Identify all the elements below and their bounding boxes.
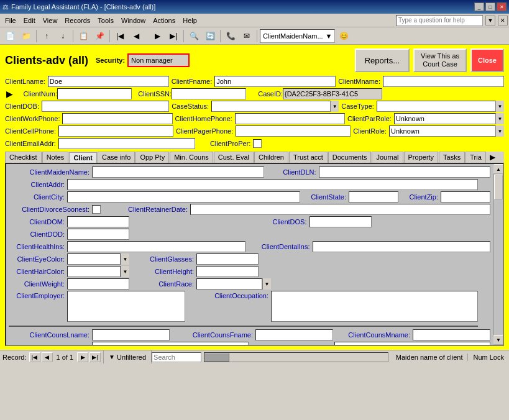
clientheight-input[interactable] [196,266,259,277]
clientcounsworkphone-input[interactable] [92,342,249,345]
scroll-thumb[interactable] [494,175,503,199]
clientdentalins-input[interactable] [313,241,491,252]
clientdom-input[interactable] [67,216,129,227]
clientmaidenname-input[interactable] [92,167,264,178]
clientoccupation-input[interactable] [271,291,478,322]
clientcounslname-input[interactable] [92,329,170,340]
clienthomephone-input[interactable] [235,113,345,124]
tab-opppty[interactable]: Opp Pty [135,152,169,163]
first-record-button[interactable]: |◀ [112,29,127,43]
refresh-button[interactable]: 🔄 [203,29,218,43]
clientssn-input[interactable] [172,88,246,99]
casestatus-input[interactable] [211,101,339,112]
clientretainerdate-input[interactable] [190,204,490,215]
horizontal-scrollbar[interactable] [204,352,388,362]
close-window-button[interactable]: ✕ [497,2,507,11]
scroll-down-button[interactable]: ▼ [493,335,503,345]
last-nav-button[interactable]: ▶| [89,352,101,362]
clientcellphone-input[interactable] [58,126,173,137]
clienthealthins-input[interactable] [67,241,245,252]
help-close-button[interactable]: ✕ [498,16,508,25]
view-court-button[interactable]: View This as Court Case [413,48,467,72]
clientrole-arrow[interactable]: ▼ [495,126,504,137]
casetype-arrow[interactable]: ▼ [495,101,504,112]
filter-button[interactable]: ▼ Unfiltered [104,350,152,363]
tab-custeval[interactable]: Cust. Eval [214,152,254,163]
clientemployer-input[interactable] [67,291,185,322]
clienthaircolor-input[interactable] [67,266,121,277]
menu-edit[interactable]: Edit [20,16,39,25]
clientparrole-arrow[interactable]: ▼ [495,113,504,124]
tab-trustacct[interactable]: Trust acct [289,152,328,163]
scroll-up-button[interactable]: ▲ [493,164,503,174]
help-input[interactable] [396,15,483,26]
tab-children[interactable]: Children [254,152,288,163]
clientweight-input[interactable] [67,278,129,290]
clientglasses-input[interactable] [196,253,259,265]
tab-caseinfo[interactable]: Case info [98,152,135,163]
casestatus-arrow[interactable]: ▼ [330,101,339,112]
clientcity-input[interactable] [67,191,300,203]
tab-mincouns[interactable]: Min. Couns [170,152,213,163]
clientcounsfname-input[interactable] [255,329,333,340]
paste-button[interactable]: 📌 [92,29,107,43]
phone-button[interactable]: 📞 [223,29,238,43]
clientrace-input[interactable] [196,278,262,290]
email-button[interactable]: ✉ [239,29,254,43]
clientmname-input[interactable] [383,76,504,87]
clientaddr-input[interactable] [67,179,478,190]
open-button[interactable]: 📁 [19,29,34,43]
tab-tasks[interactable]: Tasks [439,152,465,163]
search-input[interactable] [152,352,201,362]
clientdos-input[interactable] [310,216,372,227]
tab-scroll-right[interactable]: ▶ [488,152,497,163]
tab-property[interactable]: Property [404,152,439,163]
menu-view[interactable]: View [39,16,62,25]
tab-checklist[interactable]: Checklist [5,152,42,163]
reports-button[interactable]: Reports... [355,48,410,72]
clientworkphone-input[interactable] [62,113,172,124]
clientcounshomephone-input[interactable] [334,342,491,345]
clientproper-checkbox[interactable] [253,139,262,148]
clienteyecolor-input[interactable] [67,253,121,265]
haircolor-arrow[interactable]: ▼ [121,266,129,277]
next-nav-button[interactable]: ▶ [77,352,88,362]
clientdod-input[interactable] [67,229,129,240]
clientparrole-input[interactable] [394,113,504,124]
prev-record-button[interactable]: ◀ [129,29,144,43]
smiley-button[interactable]: 😊 [336,29,351,43]
menu-window[interactable]: Window [117,16,149,25]
clientemail-input[interactable] [58,138,195,149]
clientrole-input[interactable] [389,126,504,137]
clientdivorcesoonest-checkbox[interactable] [92,205,101,214]
next-record-button[interactable]: ▶ [150,29,165,43]
h-scroll-thumb[interactable] [204,353,229,362]
help-expand-button[interactable]: ▼ [485,16,495,25]
minimize-button[interactable]: _ [474,2,484,11]
sort-asc-button[interactable]: ↑ [39,29,54,43]
menu-records[interactable]: Records [61,16,94,25]
menu-tools[interactable]: Tools [94,16,117,25]
copy-button[interactable]: 📋 [76,29,91,43]
new-button[interactable]: 📄 [2,29,17,43]
clientrace-arrow[interactable]: ▼ [262,278,271,290]
close-form-button[interactable]: Close [470,48,504,72]
tab-tria[interactable]: Tria [465,152,486,163]
menu-file[interactable]: File [1,16,20,25]
clientnum-input[interactable] [57,88,132,99]
clientstate-input[interactable] [349,191,398,203]
tab-client[interactable]: Client [69,152,97,163]
client-combo[interactable]: ClientMaidenNam... ▼ [260,29,335,43]
casetype-input[interactable] [377,101,504,112]
tab-notes[interactable]: Notes [42,152,69,163]
menu-actions[interactable]: Actions [149,16,179,25]
prev-nav-button[interactable]: ◀ [42,352,53,362]
clientzip-input[interactable] [441,191,490,203]
first-nav-button[interactable]: |◀ [29,352,40,362]
eyecolor-arrow[interactable]: ▼ [121,253,129,265]
last-record-button[interactable]: ▶| [166,29,181,43]
clientfname-input[interactable] [214,76,336,87]
clientlname-input[interactable] [48,76,169,87]
tab-journal[interactable]: Journal [372,152,403,163]
tab-documents[interactable]: Documents [328,152,372,163]
